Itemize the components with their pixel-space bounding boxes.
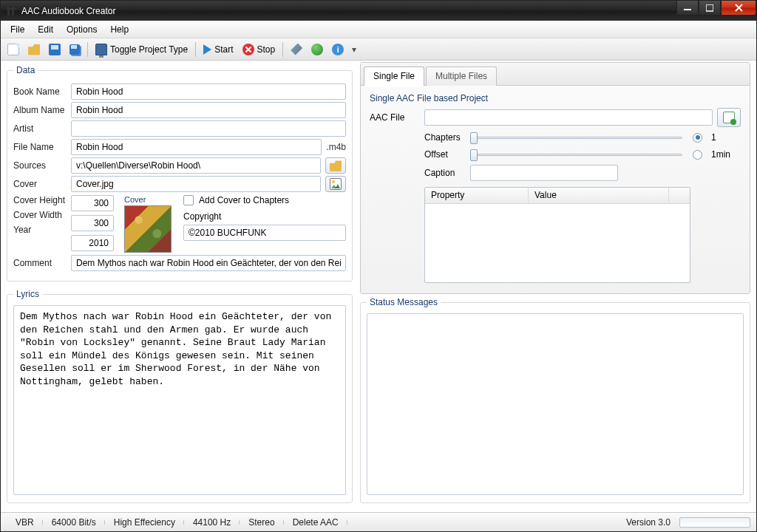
tab-single-file[interactable]: Single File <box>364 66 424 86</box>
cover-caption: Cover <box>124 195 172 204</box>
status-delete-aac[interactable]: Delete AAC <box>284 517 347 528</box>
image-icon <box>330 178 342 190</box>
info-icon: i <box>332 44 344 55</box>
folder-open-icon <box>28 44 40 55</box>
save-button[interactable] <box>45 41 64 58</box>
tab-body: Single AAC File based Project AAC File C… <box>361 86 750 293</box>
svg-rect-2 <box>6 8 16 10</box>
col-value[interactable]: Value <box>529 188 669 203</box>
add-aac-button[interactable] <box>717 108 741 127</box>
start-label: Start <box>214 44 233 55</box>
start-button[interactable]: Start <box>200 41 237 58</box>
title-bar[interactable]: AAC Audiobook Creator <box>1 1 756 21</box>
stop-button[interactable]: Stop <box>239 41 279 58</box>
about-button[interactable]: i <box>328 41 347 58</box>
lyrics-group: Lyrics Dem Mythos nach war Robin Hood ei… <box>7 289 353 503</box>
status-efficiency: High Effeciency <box>105 517 184 528</box>
toolbar-separator <box>282 42 283 57</box>
aac-file-label: AAC File <box>370 112 424 123</box>
file-name-input[interactable] <box>71 139 322 155</box>
save-all-button[interactable] <box>66 41 84 58</box>
menu-bar: File Edit Options Help <box>1 21 756 38</box>
cover-label: Cover <box>13 179 71 189</box>
window-title: AAC Audiobook Creator <box>21 6 676 16</box>
comment-label: Comment <box>13 258 71 268</box>
close-button[interactable] <box>721 1 756 16</box>
property-table[interactable]: Property Value <box>424 187 690 283</box>
slider-thumb[interactable] <box>470 149 478 161</box>
aac-file-input[interactable] <box>424 109 713 126</box>
monitor-icon <box>95 44 107 55</box>
col-spacer <box>669 188 690 203</box>
cover-height-label: Cover Height <box>13 195 71 205</box>
main-area: Data Book Name Album Name Artist File Na… <box>1 61 756 512</box>
project-tabs: Single File Multiple Files Single AAC Fi… <box>360 62 750 294</box>
status-samplerate: 44100 Hz <box>184 517 240 528</box>
data-group: Data Book Name Album Name Artist File Na… <box>7 65 353 282</box>
cover-width-input[interactable] <box>71 215 114 231</box>
web-button[interactable] <box>308 41 327 58</box>
browse-sources-button[interactable] <box>325 157 346 174</box>
svg-rect-3 <box>684 9 691 10</box>
file-ext-label: .m4b <box>326 142 346 152</box>
status-group: Status Messages <box>360 297 750 503</box>
data-group-title: Data <box>13 65 38 75</box>
caption-input[interactable] <box>470 165 618 181</box>
lyrics-group-title: Lyrics <box>13 289 42 299</box>
cover-thumbnail[interactable] <box>124 205 172 253</box>
right-column: Single File Multiple Files Single AAC Fi… <box>360 62 750 508</box>
toggle-project-type-button[interactable]: Toggle Project Type <box>92 41 191 58</box>
toolbar-overflow[interactable]: ▾ <box>349 41 359 58</box>
menu-options[interactable]: Options <box>60 22 103 37</box>
tab-strip: Single File Multiple Files <box>361 63 750 86</box>
svg-rect-4 <box>706 4 713 11</box>
chapters-radio[interactable] <box>693 133 702 143</box>
sources-input[interactable] <box>71 157 321 174</box>
minimize-button[interactable] <box>676 1 699 16</box>
album-name-input[interactable] <box>71 102 346 118</box>
artist-label: Artist <box>13 123 71 134</box>
new-button[interactable] <box>4 41 23 58</box>
tools-button[interactable] <box>287 41 306 58</box>
globe-icon <box>311 44 323 55</box>
comment-input[interactable] <box>71 255 346 271</box>
slider-track <box>476 137 682 139</box>
add-cover-label: Add Cover to Chapters <box>199 195 289 205</box>
copyright-input[interactable] <box>183 225 346 241</box>
add-file-icon <box>723 112 735 123</box>
offset-slider[interactable] <box>470 148 682 161</box>
open-button[interactable] <box>24 41 44 58</box>
status-bitrate: 64000 Bit/s <box>43 517 105 528</box>
lyrics-textarea[interactable]: Dem Mythos nach war Robin Hood ein Geäch… <box>13 305 346 495</box>
status-messages-box[interactable] <box>367 313 744 495</box>
toggle-label: Toggle Project Type <box>110 44 188 55</box>
add-cover-checkbox[interactable] <box>183 195 194 205</box>
slider-track <box>476 154 682 156</box>
menu-file[interactable]: File <box>4 22 31 37</box>
stop-icon <box>242 44 254 55</box>
play-icon <box>203 44 211 55</box>
col-property[interactable]: Property <box>425 188 529 203</box>
menu-help[interactable]: Help <box>103 22 135 37</box>
status-vbr: VBR <box>7 517 43 528</box>
chapters-slider[interactable] <box>470 131 682 144</box>
tab-multiple-files[interactable]: Multiple Files <box>426 66 497 86</box>
cover-input[interactable] <box>71 176 321 192</box>
cover-height-input[interactable] <box>71 195 114 211</box>
app-window: AAC Audiobook Creator File Edit Options … <box>0 0 757 532</box>
book-name-input[interactable] <box>71 83 346 100</box>
toolbar-separator <box>195 42 196 57</box>
slider-thumb[interactable] <box>470 132 478 144</box>
maximize-button[interactable] <box>699 1 721 16</box>
browse-cover-button[interactable] <box>325 176 346 192</box>
wrench-icon <box>291 44 302 55</box>
artist-input[interactable] <box>71 120 346 137</box>
year-input[interactable] <box>71 235 114 251</box>
copyright-label: Copyright <box>183 211 221 222</box>
status-version: Version 3.0 <box>626 517 671 528</box>
status-group-title: Status Messages <box>367 297 441 307</box>
file-name-label: File Name <box>13 142 71 152</box>
menu-edit[interactable]: Edit <box>31 22 60 37</box>
offset-radio[interactable] <box>693 150 702 160</box>
stop-label: Stop <box>257 44 276 55</box>
